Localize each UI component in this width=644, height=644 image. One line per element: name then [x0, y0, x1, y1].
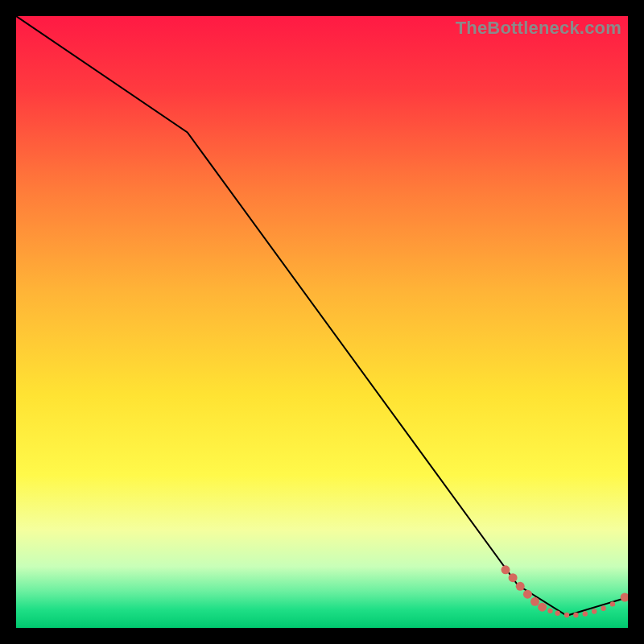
marker-point — [547, 609, 552, 613]
marker-point — [523, 590, 532, 599]
marker-point — [509, 573, 518, 582]
watermark-text: TheBottleneck.com — [456, 18, 621, 39]
marker-point — [564, 613, 569, 617]
chart-background — [16, 16, 628, 628]
marker-point — [610, 601, 615, 606]
marker-point — [592, 609, 597, 613]
marker-point — [502, 565, 510, 574]
marker-point — [530, 597, 539, 606]
marker-point — [573, 613, 578, 617]
marker-point — [583, 611, 588, 616]
marker-point — [538, 603, 547, 612]
marker-point — [555, 611, 559, 616]
chart-canvas — [16, 16, 628, 628]
marker-point — [516, 582, 525, 591]
chart-frame: TheBottleneck.com — [16, 16, 628, 628]
marker-point — [601, 606, 605, 611]
